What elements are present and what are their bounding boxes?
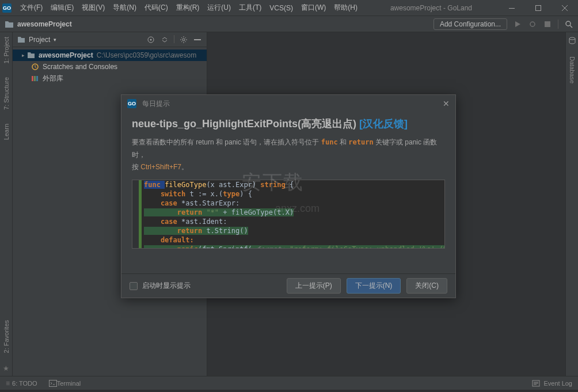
svg-rect-10 bbox=[32, 76, 33, 81]
star-icon: ★ bbox=[3, 364, 9, 372]
code-gutter bbox=[132, 180, 142, 248]
menu-view[interactable]: 视图(V) bbox=[78, 1, 109, 15]
show-on-startup-checkbox[interactable]: 启动时显示提示 bbox=[130, 281, 191, 291]
breadcrumb-bar: awesomeProject Add Configuration... bbox=[0, 16, 578, 32]
tree-scratches-label: Scratches and Consoles bbox=[43, 63, 117, 71]
tree-external[interactable]: 外部库 bbox=[13, 73, 207, 84]
folder-icon bbox=[27, 52, 35, 59]
menu-help[interactable]: 帮助(H) bbox=[330, 1, 362, 15]
code-example: func fileGoType(x ast.Expr) string { swi… bbox=[132, 180, 445, 249]
scratches-icon bbox=[31, 63, 39, 71]
target-icon[interactable] bbox=[146, 35, 155, 44]
titlebar: GO 文件(F) 编辑(E) 视图(V) 导航(N) 代码(C) 重构(R) 运… bbox=[0, 0, 578, 16]
minimize-icon bbox=[509, 8, 515, 9]
svg-point-6 bbox=[150, 39, 152, 40]
dialog-body: neue-tips_go_HighlightExitPoints(高亮退出点) … bbox=[121, 112, 455, 273]
svg-rect-14 bbox=[49, 380, 56, 386]
tip-of-day-dialog: GO 每日提示 ✕ neue-tips_go_HighlightExitPoin… bbox=[121, 94, 456, 298]
status-terminal[interactable]: Terminal bbox=[57, 380, 81, 387]
statusbar: ≡ 6: TODO Terminal Event Log bbox=[0, 376, 578, 390]
database-icon bbox=[568, 37, 576, 45]
menu-run[interactable]: 运行(U) bbox=[203, 1, 235, 15]
dialog-title: 每日提示 bbox=[142, 99, 170, 109]
svg-point-4 bbox=[566, 21, 571, 26]
tree-root-label: awesomeProject bbox=[39, 51, 93, 59]
external-lib-icon bbox=[31, 75, 39, 82]
window-title: awesomeProject - GoLand bbox=[390, 4, 472, 12]
left-tool-gutter: 1: Project 7: Structure Learn 2: Favorit… bbox=[0, 32, 13, 376]
svg-rect-0 bbox=[509, 8, 515, 9]
svg-point-2 bbox=[530, 22, 535, 26]
terminal-icon bbox=[49, 380, 57, 387]
run-icon[interactable] bbox=[513, 20, 522, 29]
right-tool-gutter: Database bbox=[565, 32, 578, 376]
code-lines: func fileGoType(x ast.Expr) string { swi… bbox=[142, 180, 445, 248]
checkbox-icon bbox=[130, 282, 138, 290]
search-icon[interactable] bbox=[564, 20, 573, 29]
status-eventlog[interactable]: Event Log bbox=[532, 380, 572, 387]
tab-favorites[interactable]: 2: Favorites bbox=[2, 318, 11, 355]
svg-point-13 bbox=[569, 37, 575, 40]
next-tip-button[interactable]: 下一提示(N) bbox=[347, 278, 401, 294]
chevron-right-icon: ▸ bbox=[22, 52, 25, 58]
project-tool-icon bbox=[17, 36, 25, 43]
dialog-close-button[interactable]: ✕ bbox=[443, 99, 450, 108]
menu-navigate[interactable]: 导航(N) bbox=[109, 1, 140, 15]
tip-description: 要查看函数中的所有 return 和 panic 语句，请在插入符号位于 fun… bbox=[132, 136, 445, 174]
tree-root-path: C:\Users\pc0359\go\src\awesom bbox=[97, 51, 196, 59]
close-icon bbox=[562, 5, 568, 11]
svg-rect-11 bbox=[34, 76, 36, 81]
tab-structure[interactable]: 7: Structure bbox=[2, 75, 11, 112]
tip-feedback-link[interactable]: [汉化反馈] bbox=[359, 118, 408, 130]
status-todo[interactable]: 6: TODO bbox=[12, 380, 37, 387]
tree-external-label: 外部库 bbox=[43, 74, 63, 83]
tree-root[interactable]: ▸ awesomeProject C:\Users\pc0359\go\src\… bbox=[13, 50, 207, 61]
folder-icon bbox=[5, 20, 14, 28]
tip-title: neue-tips_go_HighlightExitPoints(高亮退出点) … bbox=[132, 117, 445, 131]
tree-scratches[interactable]: Scratches and Consoles bbox=[13, 61, 207, 73]
breadcrumb[interactable]: awesomeProject bbox=[17, 20, 72, 28]
close-button[interactable] bbox=[552, 0, 578, 16]
chevron-down-icon: ▾ bbox=[54, 37, 56, 43]
app-icon: GO bbox=[2, 3, 12, 13]
dialog-footer: 启动时显示提示 上一提示(P) 下一提示(N) 关闭(C) bbox=[121, 273, 455, 298]
maximize-button[interactable] bbox=[525, 0, 552, 16]
svg-rect-12 bbox=[36, 76, 38, 81]
close-dialog-button[interactable]: 关闭(C) bbox=[406, 278, 447, 294]
project-panel-header: Project ▾ bbox=[13, 32, 207, 47]
maximize-icon bbox=[535, 5, 541, 11]
dialog-header: GO 每日提示 ✕ bbox=[121, 95, 455, 112]
gear-icon[interactable] bbox=[179, 35, 188, 44]
project-panel-title[interactable]: Project ▾ bbox=[29, 36, 56, 44]
svg-point-7 bbox=[182, 39, 185, 41]
menu-window[interactable]: 窗口(W) bbox=[297, 1, 330, 15]
menu-tools[interactable]: 工具(T) bbox=[235, 1, 265, 15]
debug-icon[interactable] bbox=[528, 20, 537, 29]
menu-file[interactable]: 文件(F) bbox=[16, 1, 47, 15]
svg-rect-1 bbox=[536, 6, 541, 11]
menu-vcs[interactable]: VCS(S) bbox=[265, 2, 297, 14]
add-configuration-button[interactable]: Add Configuration... bbox=[434, 18, 507, 30]
menu-edit[interactable]: 编辑(E) bbox=[47, 1, 78, 15]
tab-learn[interactable]: Learn bbox=[2, 121, 11, 142]
tab-database[interactable]: Database bbox=[568, 54, 577, 86]
todo-icon: ≡ bbox=[6, 379, 10, 387]
stop-icon[interactable] bbox=[543, 20, 552, 29]
hide-icon[interactable] bbox=[193, 35, 202, 44]
tab-project[interactable]: 1: Project bbox=[2, 35, 11, 66]
minimize-button[interactable] bbox=[499, 0, 525, 16]
project-tree[interactable]: ▸ awesomeProject C:\Users\pc0359\go\src\… bbox=[13, 47, 207, 86]
prev-tip-button[interactable]: 上一提示(P) bbox=[287, 278, 341, 294]
svg-rect-8 bbox=[194, 39, 201, 40]
menu-refactor[interactable]: 重构(R) bbox=[172, 1, 204, 15]
svg-rect-3 bbox=[545, 21, 550, 27]
expand-all-icon[interactable] bbox=[160, 35, 169, 44]
eventlog-icon bbox=[532, 380, 540, 387]
dialog-app-icon: GO bbox=[127, 99, 136, 108]
menu-code[interactable]: 代码(C) bbox=[140, 1, 172, 15]
